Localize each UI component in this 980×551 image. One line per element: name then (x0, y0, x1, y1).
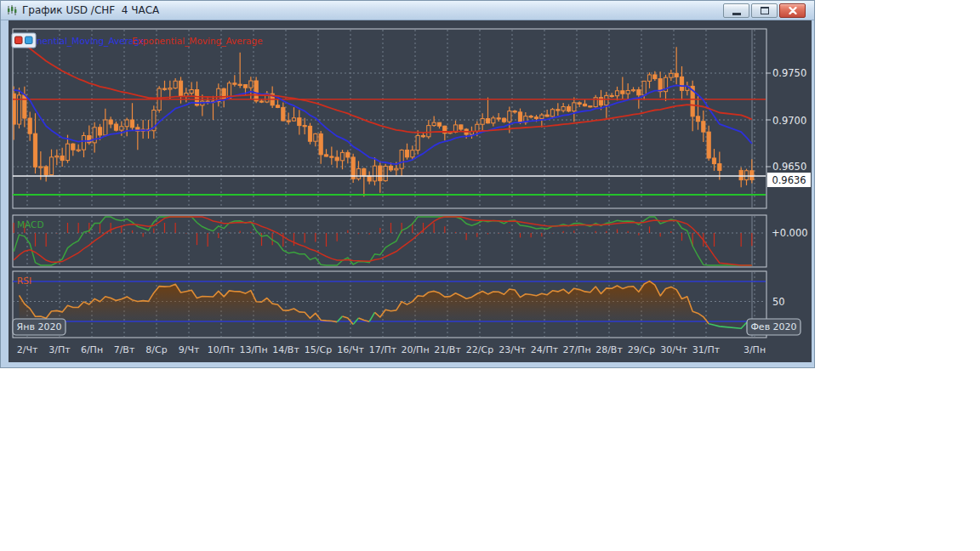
date-label: 8/Ср (145, 344, 167, 355)
date-label: 14/Вт (272, 344, 299, 355)
rsi-panel-label: RSI (17, 276, 31, 286)
candle (513, 111, 516, 112)
date-label: 15/Ср (305, 344, 332, 355)
candle (233, 83, 236, 84)
date-label: 7/Вт (114, 344, 135, 355)
candle (55, 156, 59, 156)
candle (481, 119, 484, 125)
date-label: 27/Пн (562, 344, 590, 355)
candle (486, 119, 489, 123)
minimize-button[interactable] (723, 3, 749, 18)
candle (330, 156, 333, 157)
candle (23, 95, 26, 118)
candle (314, 133, 317, 141)
date-label: 31/Пт (692, 344, 721, 355)
candle (712, 158, 715, 164)
candle (744, 171, 748, 180)
candle (427, 126, 430, 137)
sell-swatch-icon[interactable] (15, 37, 23, 44)
candle (400, 150, 403, 168)
date-label: 16/Чт (337, 344, 364, 355)
candle (421, 135, 424, 136)
candle (502, 118, 505, 122)
candle (718, 164, 721, 171)
candle (615, 91, 618, 96)
candle (621, 91, 624, 94)
candle (540, 115, 544, 118)
candle (82, 135, 85, 150)
candle (508, 111, 511, 122)
candle (653, 75, 657, 79)
axis-layer: 2/Чт3/Пт6/Пн7/Вт8/Ср9/Чт10/Пт13/Пн14/Вт1… (17, 344, 766, 355)
candle (675, 73, 678, 77)
date-label: 2/Чт (17, 344, 38, 355)
candle (637, 90, 641, 95)
candle (411, 151, 414, 157)
candle (71, 144, 75, 150)
candle (497, 118, 500, 119)
candle (49, 157, 53, 175)
close-button[interactable] (779, 3, 806, 18)
candle (696, 116, 699, 122)
candle (28, 118, 31, 133)
candle (292, 118, 295, 121)
titlebar[interactable]: График USD /CHF 4 ЧАСА (1, 1, 814, 20)
candle (276, 105, 279, 108)
candle (529, 116, 533, 117)
candle (335, 157, 339, 161)
candle (626, 90, 630, 94)
candle (589, 106, 592, 107)
minimize-icon (732, 13, 741, 15)
date-label: 3/Пт (48, 344, 71, 355)
maximize-button[interactable] (751, 3, 778, 18)
candle (179, 81, 182, 96)
chart-canvas[interactable]: 2/Чт3/Пт6/Пн7/Вт8/Ср9/Чт10/Пт13/Пн14/Вт1… (9, 20, 812, 362)
candle (243, 85, 247, 88)
candle (578, 103, 581, 104)
candle (319, 133, 322, 154)
date-label: 29/Ср (628, 344, 655, 355)
candle (405, 150, 408, 156)
candle (373, 166, 376, 181)
candle (416, 135, 419, 150)
candle (437, 122, 441, 126)
date-label: 22/Ср (466, 344, 493, 355)
candle (356, 168, 360, 179)
candle (130, 120, 134, 128)
candle (238, 84, 242, 85)
candle (707, 132, 710, 158)
candle (459, 125, 463, 129)
date-label: 10/Пт (208, 344, 236, 355)
candle (567, 106, 570, 111)
candle (190, 90, 193, 94)
date-label: 30/Чт (660, 344, 687, 355)
candle (114, 124, 117, 130)
buy-swatch-icon[interactable] (26, 37, 33, 44)
candle (44, 167, 48, 175)
candle (340, 152, 344, 160)
candle (287, 121, 290, 122)
candle (93, 128, 96, 143)
candle (254, 81, 258, 101)
candle (534, 117, 538, 119)
candle (60, 156, 64, 160)
window-controls (723, 3, 806, 18)
restore-icon (761, 7, 769, 14)
candle (647, 75, 651, 81)
candle (109, 120, 112, 124)
candle (362, 168, 366, 176)
date-label: 24/Пт (531, 344, 559, 355)
candle (368, 176, 371, 181)
close-icon (789, 7, 797, 14)
date-label: 21/Вт (434, 344, 461, 355)
legend-ema-slow: Exponential_Moving_Average (132, 36, 263, 47)
date-label: 28/Вт (595, 344, 623, 355)
candle (518, 112, 521, 122)
candle (395, 168, 398, 170)
candle (750, 171, 754, 180)
candle (66, 144, 69, 160)
app-icon (6, 4, 18, 16)
candle (384, 166, 387, 180)
candle (556, 110, 560, 111)
candle (39, 167, 43, 168)
